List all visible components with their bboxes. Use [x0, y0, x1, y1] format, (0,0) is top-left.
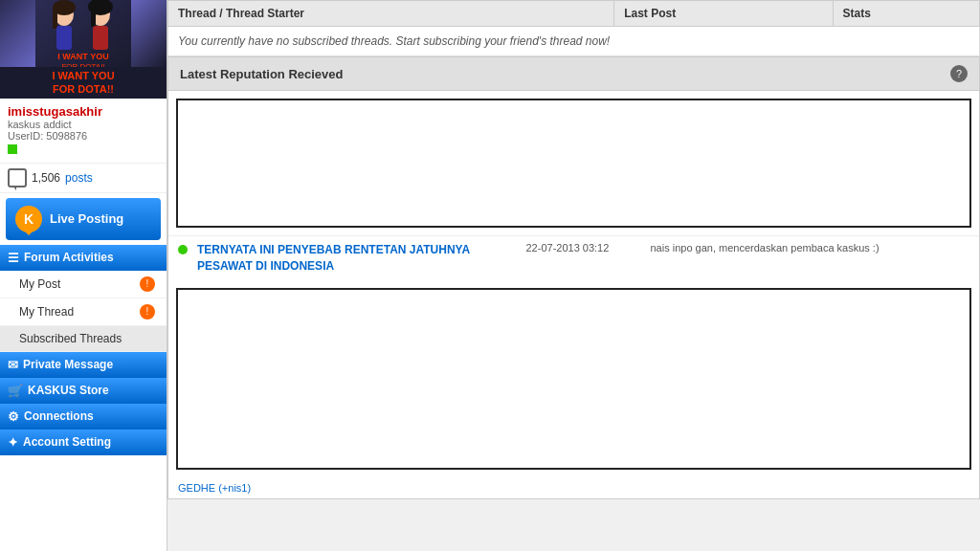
reputation-ad-box-2: [176, 288, 971, 470]
subscribed-threads-label: Subscribed Threads: [19, 332, 122, 345]
kaskus-store-label: KASKUS Store: [28, 384, 109, 397]
col-thread: Thread / Thread Starter: [168, 1, 614, 27]
svg-text:FOR DOTA!!: FOR DOTA!!: [61, 62, 104, 67]
connections-icon: ⚙: [8, 409, 19, 424]
user-info: imisstugasakhir kaskus addict UserID: 50…: [0, 99, 167, 164]
forum-icon: ☰: [8, 251, 19, 265]
svg-rect-4: [53, 10, 57, 29]
rep-date: 22-07-2013 03:12: [526, 242, 641, 253]
online-indicator: [8, 144, 17, 154]
live-posting-label: Live Posting: [50, 211, 123, 226]
sidebar: I WANT YOU FOR DOTA!! I WANT YOUFOR DOTA…: [0, 0, 167, 551]
user-id: UserID: 5098876: [8, 130, 159, 142]
avatar-image: I WANT YOU FOR DOTA!!: [0, 0, 167, 67]
reputation-section: Latest Reputation Recieved ? TERNYATA IN…: [167, 56, 980, 499]
rep-status-dot: [178, 245, 188, 254]
posts-label[interactable]: posts: [65, 171, 93, 185]
rep-thread-info: TERNYATA INI PENYEBAB RENTETAN JATUHNYA …: [197, 242, 517, 275]
col-lastpost: Last Post: [614, 1, 833, 27]
reputation-ad-box-1: [176, 99, 971, 228]
table-empty-row: You currently have no subscribed threads…: [168, 27, 980, 56]
no-threads-message: You currently have no subscribed threads…: [168, 27, 980, 56]
account-icon: ✦: [8, 435, 18, 450]
kaskus-store-header[interactable]: 🛒 KASKUS Store: [0, 378, 167, 404]
svg-rect-5: [56, 26, 72, 50]
sidebar-item-subscribed-threads[interactable]: Subscribed Threads: [0, 326, 167, 352]
user-rank: kaskus addict: [8, 119, 159, 130]
col-stats: Stats: [833, 1, 979, 27]
account-setting-header[interactable]: ✦ Account Setting: [0, 430, 167, 455]
avatar-illustration: I WANT YOU FOR DOTA!!: [35, 0, 131, 67]
chat-icon: [8, 168, 27, 187]
svg-rect-9: [93, 26, 108, 50]
mypost-badge: !: [140, 276, 155, 292]
username: imisstugasakhir: [8, 104, 159, 119]
rep-comment: nais inpo gan, mencerdaskan pembaca kask…: [651, 242, 970, 253]
svg-text:I WANT YOU: I WANT YOU: [57, 52, 108, 61]
mythread-label: My Thread: [19, 305, 74, 319]
posts-section: 1,506 posts: [0, 164, 167, 193]
rep-username-section: GEDHE (+nis1): [168, 477, 979, 498]
subscribed-threads-table: Thread / Thread Starter Last Post Stats …: [167, 0, 980, 56]
forum-activities-label: Forum Activities: [24, 251, 114, 264]
store-icon: 🛒: [8, 384, 23, 398]
mythread-badge: !: [140, 304, 155, 320]
help-icon[interactable]: ?: [950, 65, 968, 82]
reputation-row: TERNYATA INI PENYEBAB RENTETAN JATUHNYA …: [168, 235, 979, 280]
live-posting-button[interactable]: Live Posting: [6, 198, 161, 240]
pm-icon: ✉: [8, 358, 18, 372]
private-message-label: Private Message: [23, 358, 113, 371]
rep-username-link[interactable]: GEDHE (+nis1): [178, 482, 251, 494]
main-content: Thread / Thread Starter Last Post Stats …: [167, 0, 980, 551]
svg-rect-8: [91, 10, 96, 27]
account-setting-label: Account Setting: [23, 435, 111, 449]
connections-label: Connections: [24, 409, 94, 423]
avatar-container: I WANT YOU FOR DOTA!!: [0, 0, 167, 67]
reputation-title: Latest Reputation Recieved: [180, 67, 344, 81]
posts-count: 1,506: [32, 171, 60, 185]
live-posting-icon: [15, 206, 42, 232]
table-header-row: Thread / Thread Starter Last Post Stats: [168, 1, 980, 27]
rep-thread-link[interactable]: TERNYATA INI PENYEBAB RENTETAN JATUHNYA …: [197, 243, 470, 273]
mypost-label: My Post: [19, 277, 60, 291]
private-message-header[interactable]: ✉ Private Message: [0, 352, 167, 378]
sidebar-item-mythread[interactable]: My Thread !: [0, 298, 167, 326]
avatar-tagline: I WANT YOUFOR DOTA!!: [0, 67, 167, 99]
connections-header[interactable]: ⚙ Connections: [0, 404, 167, 430]
reputation-header: Latest Reputation Recieved ?: [168, 57, 979, 91]
sidebar-item-mypost[interactable]: My Post !: [0, 271, 167, 298]
forum-activities-header[interactable]: ☰ Forum Activities: [0, 245, 167, 271]
